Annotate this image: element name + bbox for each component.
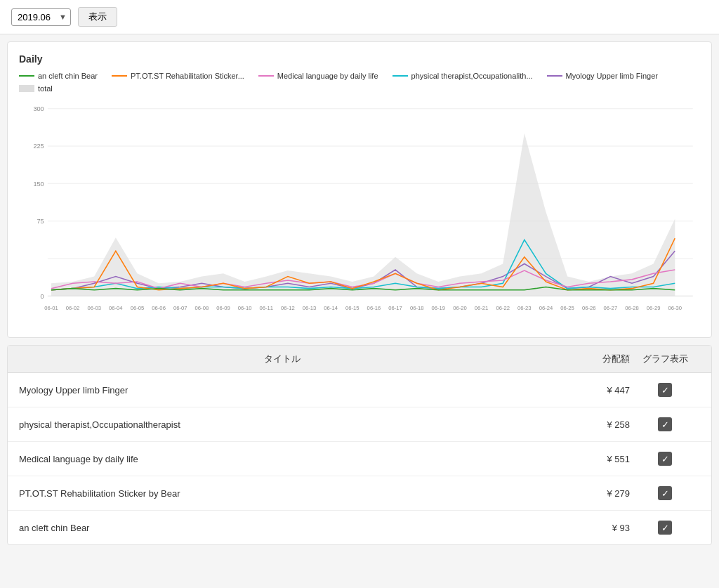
table-row: Myology Upper limb Finger ¥ 447 ✓ (8, 373, 711, 407)
table-row: Medical language by daily life ¥ 551 ✓ (8, 442, 711, 476)
svg-text:06-30: 06-30 (668, 304, 682, 311)
data-table: タイトル 分配額 グラフ表示 Myology Upper limb Finger… (7, 345, 712, 545)
chart-container: 300 225 150 75 0 06-01 06-02 06-03 06-04… (19, 101, 700, 326)
checkbox-an-cleft[interactable]: ✓ (658, 521, 672, 535)
row-title-physical: physical therapist,Occupationaltherapist (19, 419, 546, 430)
date-select[interactable]: 2019.06 (11, 8, 71, 26)
legend-label-an-cleft: an cleft chin Bear (38, 72, 98, 80)
row-amount-pt-ot-st: ¥ 279 (546, 488, 630, 499)
legend-color-physical (393, 75, 408, 77)
row-title-an-cleft: an cleft chin Bear (19, 523, 546, 533)
chart-legend: an cleft chin Bear PT.OT.ST Rehabilitati… (19, 72, 700, 93)
row-graph-myology[interactable]: ✓ (630, 383, 700, 397)
date-select-wrapper: 2019.06 ▼ (11, 8, 71, 26)
svg-text:06-25: 06-25 (560, 304, 574, 311)
svg-text:225: 225 (33, 142, 44, 150)
legend-item-myology: Myology Upper limb Finger (547, 72, 658, 80)
row-amount-an-cleft: ¥ 93 (546, 523, 630, 533)
legend-color-pt-ot-st (112, 75, 127, 77)
legend-item-medical: Medical language by daily life (258, 72, 378, 80)
legend-color-total (19, 85, 34, 92)
svg-text:06-03: 06-03 (87, 304, 101, 311)
row-graph-physical[interactable]: ✓ (630, 417, 700, 431)
svg-text:06-27: 06-27 (604, 304, 618, 311)
svg-text:06-19: 06-19 (432, 304, 446, 311)
svg-text:06-10: 06-10 (238, 304, 252, 311)
legend-color-myology (547, 75, 562, 77)
svg-text:06-12: 06-12 (281, 304, 295, 311)
legend-item-physical: physical therapist,Occupationalith... (393, 72, 533, 80)
row-title-medical: Medical language by daily life (19, 454, 546, 464)
row-graph-an-cleft[interactable]: ✓ (630, 521, 700, 535)
svg-marker-11 (51, 133, 675, 296)
chart-section: Daily an cleft chin Bear PT.OT.ST Rehabi… (7, 41, 712, 338)
legend-color-an-cleft (19, 75, 34, 77)
legend-item-total: total (19, 84, 53, 93)
legend-item-pt-ot-st: PT.OT.ST Rehabilitation Sticker... (112, 72, 244, 80)
svg-text:06-04: 06-04 (109, 304, 123, 311)
header-title: タイトル (19, 353, 546, 365)
chart-title: Daily (19, 53, 700, 65)
row-title-myology: Myology Upper limb Finger (19, 385, 546, 396)
svg-text:06-26: 06-26 (582, 304, 596, 311)
svg-text:06-23: 06-23 (517, 304, 532, 311)
svg-text:06-18: 06-18 (410, 304, 424, 311)
svg-text:06-14: 06-14 (324, 304, 338, 311)
header-graph: グラフ表示 (630, 353, 700, 365)
legend-color-medical (258, 75, 274, 77)
header-amount: 分配額 (546, 353, 630, 365)
svg-text:75: 75 (37, 217, 44, 225)
row-graph-medical[interactable]: ✓ (630, 452, 700, 466)
row-amount-medical: ¥ 551 (546, 454, 630, 464)
legend-item-an-cleft: an cleft chin Bear (19, 72, 98, 80)
svg-text:06-20: 06-20 (453, 304, 467, 311)
row-title-pt-ot-st: PT.OT.ST Rehabilitation Sticker by Bear (19, 488, 546, 499)
legend-label-physical: physical therapist,Occupationalith... (411, 72, 533, 80)
table-header: タイトル 分配額 グラフ表示 (8, 346, 711, 373)
table-row: PT.OT.ST Rehabilitation Sticker by Bear … (8, 476, 711, 511)
checkbox-medical[interactable]: ✓ (658, 452, 672, 466)
svg-text:150: 150 (33, 179, 44, 187)
legend-label-medical: Medical language by daily life (277, 72, 378, 80)
svg-text:06-08: 06-08 (195, 304, 209, 311)
svg-text:06-01: 06-01 (44, 304, 58, 311)
row-amount-physical: ¥ 258 (546, 419, 630, 430)
legend-label-myology: Myology Upper limb Finger (566, 72, 658, 80)
svg-text:06-11: 06-11 (259, 304, 273, 311)
checkbox-myology[interactable]: ✓ (658, 383, 672, 397)
row-graph-pt-ot-st[interactable]: ✓ (630, 486, 700, 500)
svg-text:06-21: 06-21 (475, 304, 489, 311)
svg-text:06-17: 06-17 (388, 304, 402, 311)
svg-text:06-05: 06-05 (131, 304, 145, 311)
svg-text:06-24: 06-24 (539, 304, 553, 311)
svg-text:06-02: 06-02 (66, 304, 80, 311)
checkbox-pt-ot-st[interactable]: ✓ (658, 486, 672, 500)
svg-text:06-06: 06-06 (152, 304, 166, 311)
svg-text:06-07: 06-07 (173, 304, 187, 311)
line-chart: 300 225 150 75 0 06-01 06-02 06-03 06-04… (19, 101, 700, 326)
display-button[interactable]: 表示 (78, 7, 117, 27)
svg-text:06-13: 06-13 (303, 304, 317, 311)
row-amount-myology: ¥ 447 (546, 385, 630, 396)
table-row: an cleft chin Bear ¥ 93 ✓ (8, 511, 711, 544)
checkbox-physical[interactable]: ✓ (658, 417, 672, 431)
svg-text:06-09: 06-09 (216, 304, 230, 311)
legend-label-pt-ot-st: PT.OT.ST Rehabilitation Sticker... (131, 72, 244, 80)
svg-text:06-29: 06-29 (647, 304, 661, 311)
svg-text:0: 0 (41, 292, 44, 299)
svg-text:06-15: 06-15 (345, 304, 360, 311)
top-bar: 2019.06 ▼ 表示 (0, 0, 719, 34)
svg-text:06-16: 06-16 (367, 304, 381, 311)
svg-text:300: 300 (33, 105, 44, 112)
svg-text:06-22: 06-22 (496, 304, 510, 311)
legend-label-total: total (38, 84, 53, 93)
table-row: physical therapist,Occupationaltherapist… (8, 407, 711, 442)
svg-text:06-28: 06-28 (625, 304, 639, 311)
